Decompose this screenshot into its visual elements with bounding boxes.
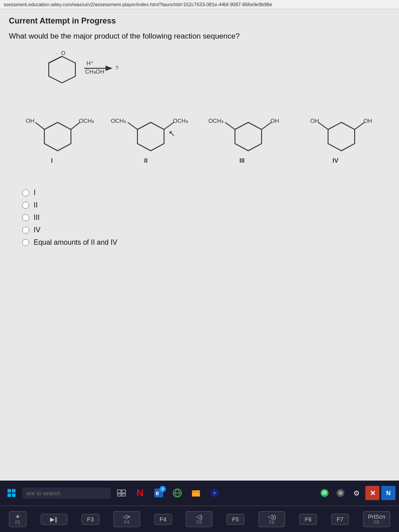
netflix-icon[interactable]: N: [132, 485, 148, 501]
svg-text:OCH₃: OCH₃: [208, 117, 223, 124]
media-icon[interactable]: [207, 485, 223, 501]
file-manager-icon[interactable]: [188, 485, 204, 501]
camera-icon[interactable]: [333, 486, 348, 500]
globe-icon[interactable]: [169, 485, 185, 501]
taskbar-right-area: ⚙ ✕ N: [317, 486, 395, 500]
svg-text:OCH₃: OCH₃: [111, 117, 126, 124]
keyboard-row: ☀ F2 ▶‖ F3 ◁× F4 F4 ◁) F5 F5 ◁)) F6 F6 F…: [0, 505, 399, 532]
svg-text:I: I: [51, 157, 53, 164]
svg-rect-36: [12, 493, 16, 497]
svg-line-1: [49, 56, 62, 63]
label-equal: Equal amounts of II and IV: [34, 239, 117, 246]
taskbar-search-input[interactable]: [22, 488, 111, 499]
label-IV: IV: [34, 226, 40, 234]
settings-icon[interactable]: ⚙: [349, 486, 364, 500]
svg-line-11: [71, 122, 80, 129]
structure-III: OCH₃ OH III: [208, 117, 279, 164]
radio-IV[interactable]: [22, 227, 29, 234]
browser-taskbar-icon[interactable]: e 5: [151, 485, 167, 501]
f6-key[interactable]: F6: [299, 514, 317, 525]
notification-icon[interactable]: N: [381, 486, 395, 500]
svg-line-28: [318, 122, 328, 129]
start-button[interactable]: [4, 485, 20, 501]
svg-text:OH: OH: [26, 117, 35, 124]
svg-rect-33: [8, 489, 11, 493]
question-text: What would be the major product of the f…: [9, 32, 390, 41]
svg-text:CH₃OH: CH₃OH: [85, 68, 104, 75]
svg-text:.: .: [55, 50, 57, 55]
radio-equal[interactable]: [22, 239, 29, 246]
svg-line-24: [262, 122, 271, 129]
spotify-icon[interactable]: [317, 486, 332, 500]
svg-marker-21: [235, 122, 262, 151]
mute-key[interactable]: ◁× F4: [113, 511, 140, 527]
svg-point-51: [321, 489, 329, 497]
svg-line-30: [355, 122, 364, 129]
svg-line-15: [128, 122, 137, 129]
label-II: II: [34, 201, 38, 209]
browser-badge: 5: [160, 486, 166, 492]
answer-option-III[interactable]: III: [22, 214, 390, 222]
answer-option-equal[interactable]: Equal amounts of II and IV: [22, 239, 390, 246]
svg-text:III: III: [239, 157, 245, 164]
structure-II: OCH₃ OCH₃ ↖ II: [111, 117, 188, 164]
svg-point-50: [214, 493, 215, 494]
reaction-diagram: O . H⁺ CH₃OH ?: [9, 50, 390, 184]
radio-III[interactable]: [22, 214, 29, 221]
svg-rect-37: [117, 490, 121, 493]
url-text: ssessment.education.wiley.com/was/ui/v2/…: [4, 2, 272, 7]
browser-address-bar: ssessment.education.wiley.com/was/ui/v2/…: [0, 0, 399, 9]
structure-I: OH OCH₃ I: [26, 117, 94, 164]
svg-line-22: [225, 122, 235, 129]
svg-rect-40: [122, 494, 125, 496]
radio-II[interactable]: [22, 202, 29, 209]
svg-text:IV: IV: [332, 157, 339, 164]
svg-line-9: [35, 122, 44, 129]
svg-marker-8: [44, 122, 71, 151]
f3-key[interactable]: F3: [82, 514, 99, 525]
radio-I[interactable]: [22, 189, 29, 196]
svg-rect-39: [117, 494, 121, 496]
answer-option-IV[interactable]: IV: [22, 226, 390, 234]
svg-text:OCH₃: OCH₃: [173, 117, 188, 124]
play-pause-key[interactable]: ▶‖: [41, 514, 67, 525]
answer-option-II[interactable]: II: [22, 201, 390, 209]
main-content: Current Attempt in Progress What would b…: [0, 9, 399, 481]
svg-text:OCH₃: OCH₃: [79, 117, 94, 124]
starting-material: O . H⁺ CH₃OH ?: [49, 50, 118, 83]
svg-marker-27: [328, 122, 355, 151]
f5-key[interactable]: F5: [227, 514, 244, 525]
svg-line-17: [164, 122, 174, 129]
svg-text:OH: OH: [270, 117, 279, 124]
svg-text:OH: OH: [364, 117, 372, 124]
label-I: I: [34, 189, 35, 197]
answer-choices-container: I II III IV Equal amounts of II and IV: [9, 189, 390, 246]
svg-text:OH: OH: [310, 117, 319, 124]
close-icon[interactable]: ✕: [365, 486, 379, 500]
svg-rect-38: [122, 490, 125, 493]
answer-option-I[interactable]: I: [22, 189, 390, 197]
svg-text:?: ?: [115, 65, 118, 71]
f7-key[interactable]: F7: [331, 514, 349, 525]
svg-rect-47: [192, 490, 195, 492]
attempt-label: Current Attempt in Progress: [9, 16, 390, 26]
svg-text:↖: ↖: [168, 129, 175, 138]
svg-marker-0: [49, 56, 75, 83]
svg-text:H⁺: H⁺: [86, 60, 94, 66]
svg-rect-35: [8, 493, 11, 497]
structure-IV: OH OH IV: [310, 117, 372, 164]
vol-up-key[interactable]: ◁)) F6: [258, 511, 285, 527]
question-container: Current Attempt in Progress What would b…: [9, 16, 390, 246]
svg-text:e: e: [156, 489, 159, 497]
svg-marker-14: [137, 122, 164, 151]
prtscn-key[interactable]: PrtScn F8: [363, 511, 390, 527]
f4-key[interactable]: F4: [154, 514, 172, 525]
svg-point-54: [340, 492, 341, 494]
vol-down-key[interactable]: ◁) F5: [186, 511, 212, 527]
taskbar: N e 5: [0, 481, 399, 505]
brightness-key[interactable]: ☀ F2: [9, 511, 27, 527]
svg-text:II: II: [144, 157, 148, 164]
svg-rect-34: [12, 489, 16, 493]
label-III: III: [34, 214, 39, 222]
task-view-button[interactable]: [113, 485, 129, 501]
